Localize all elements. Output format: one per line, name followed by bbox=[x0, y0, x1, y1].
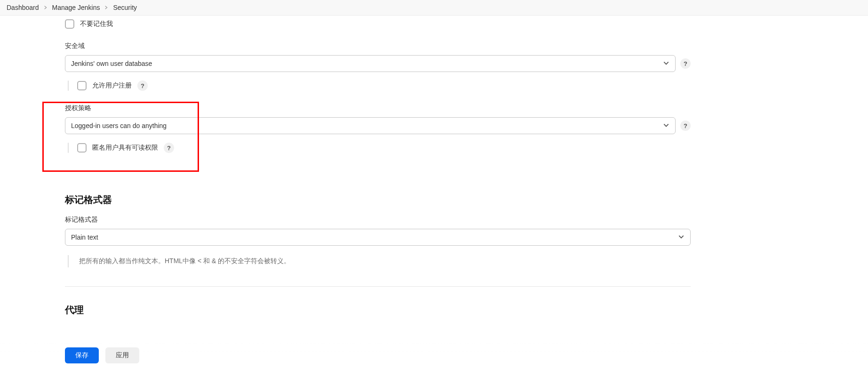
section-divider bbox=[65, 286, 691, 287]
chevron-down-icon bbox=[663, 122, 669, 130]
indent-bar bbox=[68, 80, 69, 91]
breadcrumb-item-security[interactable]: Security bbox=[113, 4, 137, 11]
markup-select[interactable]: Plain text bbox=[65, 229, 691, 246]
help-icon[interactable]: ? bbox=[164, 143, 174, 153]
allow-signup-checkbox[interactable] bbox=[77, 81, 87, 90]
help-icon[interactable]: ? bbox=[680, 121, 691, 131]
chevron-right-icon bbox=[44, 5, 48, 10]
help-icon[interactable]: ? bbox=[137, 80, 148, 91]
security-realm-label: 安全域 bbox=[65, 42, 691, 50]
markup-value: Plain text bbox=[71, 233, 98, 241]
authorization-select[interactable]: Logged-in users can do anything bbox=[65, 117, 676, 134]
indent-bar bbox=[68, 143, 69, 153]
chevron-down-icon bbox=[678, 233, 685, 241]
authorization-label: 授权策略 bbox=[65, 104, 691, 113]
markup-heading: 标记格式器 bbox=[65, 193, 691, 206]
remember-me-checkbox[interactable] bbox=[65, 19, 74, 29]
anon-read-checkbox[interactable] bbox=[77, 143, 87, 153]
help-icon[interactable]: ? bbox=[680, 58, 691, 69]
allow-signup-label: 允许用户注册 bbox=[92, 81, 132, 90]
markup-label: 标记格式器 bbox=[65, 216, 691, 224]
authorization-value: Logged-in users can do anything bbox=[71, 122, 167, 129]
chevron-down-icon bbox=[663, 60, 669, 68]
breadcrumb-item-dashboard[interactable]: Dashboard bbox=[7, 4, 39, 11]
security-realm-select[interactable]: Jenkins' own user database bbox=[65, 55, 676, 72]
proxy-heading: 代理 bbox=[65, 304, 691, 316]
save-button[interactable]: 保存 bbox=[65, 347, 99, 363]
bottom-action-bar: 保存 应用 bbox=[0, 341, 868, 370]
markup-help-text: 把所有的输入都当作纯文本。HTML中像 < 和 & 的不安全字符会被转义。 bbox=[68, 255, 691, 267]
security-realm-value: Jenkins' own user database bbox=[71, 60, 152, 67]
breadcrumb-item-manage[interactable]: Manage Jenkins bbox=[52, 4, 100, 11]
apply-button[interactable]: 应用 bbox=[105, 347, 139, 363]
anon-read-label: 匿名用户具有可读权限 bbox=[92, 144, 158, 152]
remember-me-label: 不要记住我 bbox=[80, 20, 113, 28]
chevron-right-icon bbox=[104, 5, 108, 10]
breadcrumb: Dashboard Manage Jenkins Security bbox=[0, 0, 868, 16]
